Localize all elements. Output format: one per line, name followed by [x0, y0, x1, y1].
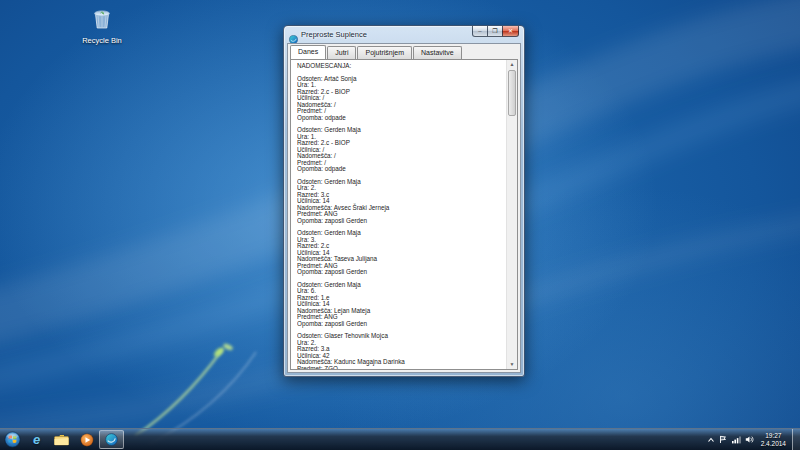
- title-bar[interactable]: Preproste Suplence – ❐ ✕: [284, 26, 524, 43]
- recycle-bin-shortcut[interactable]: Recycle Bin: [78, 7, 126, 45]
- tab-nastavitve[interactable]: Nastavitve: [413, 46, 462, 59]
- window-title: Preproste Suplence: [301, 30, 367, 39]
- caption-button-group: – ❐ ✕: [472, 26, 519, 37]
- folder-icon: [54, 434, 70, 446]
- substitutions-list: NADOMEŠČANJA: Odsoten: Artač SonjaUra: 1…: [297, 63, 506, 369]
- tab-page: NADOMEŠČANJA: Odsoten: Artač SonjaUra: 1…: [290, 59, 518, 370]
- entry-line: Opomba: zaposli Gerden: [297, 269, 506, 276]
- network-icon[interactable]: [731, 435, 741, 444]
- entry-line: Opomba: odpade: [297, 166, 506, 173]
- media-player-icon: [80, 433, 94, 447]
- entry-line: Opomba: zaposli Gerden: [297, 321, 506, 328]
- list-heading: NADOMEŠČANJA:: [297, 63, 506, 70]
- entry-block: Odsoten: Glaser Tehovnik MojcaUra: 2.Raz…: [297, 333, 506, 369]
- volume-icon[interactable]: [745, 435, 754, 444]
- system-tray: 19:27 2.4.2014: [707, 429, 792, 450]
- entry-line: Opomba: zaposli Gerden: [297, 218, 506, 225]
- scroll-down-arrow-icon[interactable]: ▼: [507, 360, 517, 369]
- entry-line: Predmet: ZGO: [297, 366, 506, 370]
- close-button[interactable]: ✕: [502, 26, 519, 37]
- entry-list: Odsoten: Artač SonjaUra: 1.Razred: 2.c -…: [297, 76, 506, 370]
- window-client-area: DanesJutriPojutrišnjemNastavitve NADOMEŠ…: [287, 43, 521, 373]
- tab-strip: DanesJutriPojutrišnjemNastavitve: [288, 44, 520, 59]
- internet-explorer-icon: e: [33, 432, 40, 447]
- maximize-button[interactable]: ❐: [487, 26, 502, 37]
- clock-date: 2.4.2014: [761, 440, 786, 448]
- entry-block: Odsoten: Artač SonjaUra: 1.Razred: 2.c -…: [297, 76, 506, 122]
- recycle-bin-label: Recycle Bin: [78, 36, 126, 45]
- scrollbar-thumb[interactable]: [508, 70, 516, 116]
- tab-jutri[interactable]: Jutri: [327, 46, 356, 59]
- start-button[interactable]: [0, 429, 24, 450]
- action-center-flag-icon[interactable]: [719, 435, 727, 444]
- scroll-up-arrow-icon[interactable]: ▲: [507, 60, 517, 69]
- tab-danes[interactable]: Danes: [290, 45, 326, 59]
- taskbar-clock[interactable]: 19:27 2.4.2014: [758, 432, 789, 447]
- taskbar-item-suplence-app[interactable]: [99, 430, 124, 449]
- start-orb-icon: [4, 431, 21, 448]
- suplence-app-icon: [105, 433, 118, 446]
- entry-block: Odsoten: Gerden MajaUra: 2.Razred: 3.cUč…: [297, 179, 506, 225]
- vertical-scrollbar[interactable]: ▲ ▼: [506, 60, 517, 369]
- taskbar-item-windows-explorer[interactable]: [49, 430, 74, 449]
- app-logo-icon: [289, 30, 298, 39]
- clock-time: 19:27: [761, 432, 786, 440]
- taskbar: e: [0, 428, 800, 450]
- tab-pojutrišnjem[interactable]: Pojutrišnjem: [357, 46, 412, 59]
- entry-block: Odsoten: Gerden MajaUra: 3.Razred: 2.cUč…: [297, 230, 506, 276]
- tray-chevron-up-icon[interactable]: [707, 436, 715, 444]
- recycle-bin-icon: [90, 7, 114, 35]
- app-window: Preproste Suplence – ❐ ✕ DanesJutriPojut…: [283, 25, 525, 377]
- entry-line: Opomba: odpade: [297, 115, 506, 122]
- minimize-button[interactable]: –: [472, 26, 487, 37]
- entry-block: Odsoten: Gerden MajaUra: 6.Razred: 1.eUč…: [297, 282, 506, 328]
- entry-block: Odsoten: Gerden MajaUra: 1.Razred: 2.c -…: [297, 127, 506, 173]
- taskbar-item-windows-media-player[interactable]: [74, 430, 99, 449]
- show-desktop-button[interactable]: [792, 429, 800, 450]
- taskbar-item-internet-explorer[interactable]: e: [24, 430, 49, 449]
